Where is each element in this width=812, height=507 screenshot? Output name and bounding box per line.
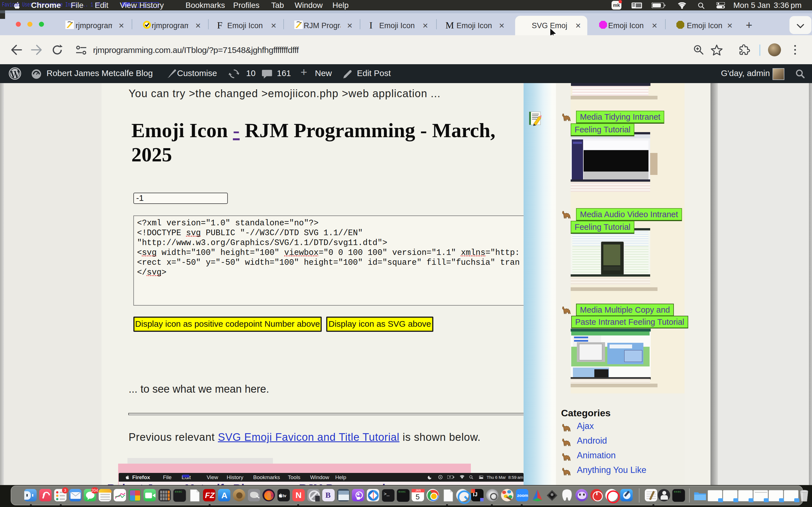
svg-text:tv: tv (283, 493, 287, 498)
